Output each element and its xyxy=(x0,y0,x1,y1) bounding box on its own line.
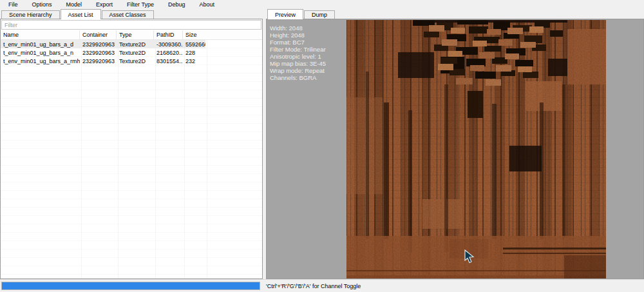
filter-input[interactable] xyxy=(1,20,261,30)
column-header-name[interactable]: Name xyxy=(1,30,80,39)
texture-info-line: Height: 2048 xyxy=(270,32,326,39)
grid-line xyxy=(118,40,118,278)
menu-bar: File Options Model Export Filter Type De… xyxy=(0,0,644,9)
asset-table-header: Name Container Type PathID Size xyxy=(1,30,262,40)
cell-pathid: 8301554... xyxy=(154,58,183,64)
tab-dump[interactable]: Dump xyxy=(304,10,335,19)
left-panel: Scene Hierarchy Asset List Asset Classes… xyxy=(0,9,263,279)
column-header-type[interactable]: Type xyxy=(117,30,154,39)
menu-item-about[interactable]: About xyxy=(192,1,222,8)
cell-type: Texture2D xyxy=(117,58,154,64)
table-row[interactable]: t_env_min01_ug_bars_a_n 2329920963 Textu… xyxy=(1,48,205,57)
asset-table: Name Container Type PathID Size t_env_mi… xyxy=(1,30,262,278)
tab-asset-list[interactable]: Asset List xyxy=(61,9,101,19)
cell-size: 232 xyxy=(183,58,205,64)
menu-item-options[interactable]: Options xyxy=(25,1,59,8)
table-row[interactable]: t_env_min01_ug_bars_a_rmh 2329920963 Tex… xyxy=(1,57,205,65)
cell-name: t_env_min01_ug_bars_a_d xyxy=(1,41,80,48)
cell-type: Texture2D xyxy=(117,50,154,56)
progress-bar xyxy=(1,282,260,290)
preview-pane: Width: 2048 Height: 2048 Format: BC7 Fil… xyxy=(266,19,644,279)
tab-preview[interactable]: Preview xyxy=(267,9,303,19)
cell-size: 5592660 xyxy=(183,41,205,48)
left-tab-strip: Scene Hierarchy Asset List Asset Classes xyxy=(0,9,263,19)
grid-line xyxy=(184,40,185,278)
grid-line xyxy=(155,40,156,278)
main-split: Scene Hierarchy Asset List Asset Classes… xyxy=(0,9,644,279)
cell-size: 228 xyxy=(183,50,205,56)
cell-container: 2329920963 xyxy=(80,41,117,48)
asset-list-page: Name Container Type PathID Size t_env_mi… xyxy=(0,19,263,279)
texture-preview-image xyxy=(346,20,606,278)
texture-info-line: Format: BC7 xyxy=(270,39,326,46)
status-text: 'Ctrl'+'R'/'G'/'B'/'A' for Channel Toggl… xyxy=(266,283,361,289)
right-tab-strip: Preview Dump xyxy=(266,9,644,19)
status-bar: 'Ctrl'+'R'/'G'/'B'/'A' for Channel Toggl… xyxy=(0,279,644,292)
texture-detail-overlay xyxy=(346,20,606,278)
progress-bar-fill xyxy=(2,282,260,289)
texture-info-line: Wrap mode: Repeat xyxy=(270,67,326,74)
cell-type: Texture2D xyxy=(117,41,154,48)
texture-info: Width: 2048 Height: 2048 Format: BC7 Fil… xyxy=(270,24,326,81)
texture-info-line: Width: 2048 xyxy=(270,24,326,32)
cell-container: 2329920963 xyxy=(80,58,117,64)
tab-asset-classes[interactable]: Asset Classes xyxy=(102,10,154,19)
grid-line xyxy=(81,40,82,278)
table-row[interactable]: t_env_min01_ug_bars_a_d 2329920963 Textu… xyxy=(1,40,205,48)
texture-info-line: Mip map bias: 3E-45 xyxy=(270,60,326,67)
menu-item-filter-type[interactable]: Filter Type xyxy=(120,1,161,8)
asset-studio-window: File Options Model Export Filter Type De… xyxy=(0,0,644,292)
cell-container: 2329920963 xyxy=(80,50,117,56)
menu-item-export[interactable]: Export xyxy=(89,1,120,8)
menu-item-file[interactable]: File xyxy=(1,1,25,8)
column-header-container[interactable]: Container xyxy=(80,30,117,39)
cell-name: t_env_min01_ug_bars_a_n xyxy=(1,50,80,56)
right-panel: Preview Dump Width: 2048 Height: 2048 Fo… xyxy=(266,9,644,279)
grid-line xyxy=(207,40,207,278)
cell-pathid: 2168620... xyxy=(154,50,183,56)
menu-item-debug[interactable]: Debug xyxy=(161,1,193,8)
texture-info-line: Anisotropic level: 1 xyxy=(270,53,326,60)
cell-pathid: -3009360.. xyxy=(154,41,183,48)
texture-info-line: Channels: BGRA xyxy=(270,74,326,81)
column-header-size[interactable]: Size xyxy=(183,30,205,39)
tab-scene-hierarchy[interactable]: Scene Hierarchy xyxy=(1,10,60,19)
texture-info-line: Filter Mode: Trilinear xyxy=(270,46,326,53)
menu-item-model[interactable]: Model xyxy=(59,1,90,8)
column-header-pathid[interactable]: PathID xyxy=(154,30,183,39)
cell-name: t_env_min01_ug_bars_a_rmh xyxy=(1,58,80,64)
